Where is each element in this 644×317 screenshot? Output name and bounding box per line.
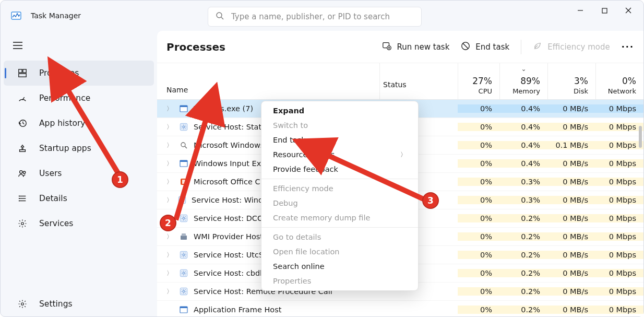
process-memory: 0.4%	[499, 104, 547, 113]
sidebar-item-label: Services	[39, 219, 73, 228]
sidebar-item-startup-apps[interactable]: Startup apps	[4, 136, 154, 161]
svg-rect-4	[602, 8, 607, 13]
context-menu-item-go-to-details: Go to details	[261, 230, 418, 244]
col-status[interactable]: Status	[379, 63, 458, 99]
process-network: 0 Mbps	[595, 104, 643, 113]
main-header: Processes Run new task End task Efficien…	[157, 31, 643, 63]
context-menu-item-provide-feedback[interactable]: Provide feedback	[261, 162, 418, 177]
chevron-right-icon[interactable]: 〉	[166, 287, 174, 296]
svg-rect-39	[180, 160, 187, 162]
process-name: WMI Provider Host	[194, 232, 263, 241]
chevron-right-icon[interactable]: 〉	[166, 178, 174, 186]
process-memory: 0.2%	[499, 269, 547, 277]
sidebar-item-label: Details	[39, 194, 67, 203]
context-menu-label: Properties	[273, 277, 311, 285]
chevron-right-icon[interactable]: 〉	[166, 123, 174, 132]
sidebar-item-label: App history	[39, 119, 86, 128]
process-cpu: 0%	[458, 104, 499, 113]
maximize-button[interactable]	[592, 2, 616, 19]
table-row[interactable]: 〉Application Frame Host0%0.2%0 MB/s0 Mbp…	[157, 301, 643, 316]
more-button[interactable]: ···	[622, 42, 634, 52]
minimize-button[interactable]	[568, 2, 592, 19]
col-memory[interactable]: ⌄89%Memory	[499, 63, 547, 99]
process-memory: 0.2%	[499, 251, 547, 259]
chevron-right-icon[interactable]: 〉	[166, 141, 174, 150]
context-menu-label: Expand	[273, 107, 304, 115]
sidebar-item-details[interactable]: Details	[4, 186, 154, 211]
close-button[interactable]	[616, 2, 640, 19]
sidebar-item-processes[interactable]: Processes	[4, 61, 154, 86]
svg-line-37	[185, 146, 187, 148]
sidebar-item-label: Settings	[39, 299, 73, 309]
chevron-right-icon[interactable]: 〉	[166, 104, 174, 113]
process-memory: 0.4%	[499, 123, 547, 131]
process-disk: 0 MB/s	[547, 214, 595, 222]
context-menu-item-switch-to: Switch to	[261, 118, 418, 133]
svg-rect-33	[180, 105, 187, 107]
sidebar-item-label: Performance	[39, 93, 90, 103]
svg-point-17	[23, 171, 25, 173]
chevron-right-icon: 〉	[400, 150, 407, 159]
process-disk: 0 MB/s	[547, 196, 595, 204]
sidebar-item-performance[interactable]: Performance	[4, 86, 154, 111]
col-name[interactable]: Name	[157, 86, 379, 99]
sidebar-item-users[interactable]: Users	[4, 161, 154, 186]
process-disk: 0 MB/s	[547, 178, 595, 186]
nav-list: ProcessesPerformanceApp historyStartup a…	[1, 61, 157, 236]
context-menu-item-resource-values[interactable]: Resource values〉	[261, 147, 418, 162]
process-name: Widgets.exe (7)	[194, 104, 253, 113]
context-menu-label: Switch to	[273, 121, 308, 130]
annotation-badge-2: 2	[160, 215, 176, 231]
process-cpu: 0%	[458, 159, 499, 168]
app-generic-icon	[179, 305, 188, 314]
search-input[interactable]	[231, 12, 414, 21]
svg-rect-12	[19, 74, 26, 77]
sidebar-item-settings[interactable]: Settings	[4, 291, 154, 316]
office-icon	[179, 177, 188, 186]
sort-caret-icon: ⌄	[521, 65, 526, 73]
search-indexer-icon	[179, 140, 188, 150]
chevron-right-icon[interactable]: 〉	[166, 159, 174, 168]
process-disk: 0 MB/s	[547, 251, 595, 259]
startup-icon	[17, 144, 28, 153]
svg-point-22	[19, 198, 20, 199]
col-cpu[interactable]: 27%CPU	[458, 63, 499, 99]
sidebar: ProcessesPerformanceApp historyStartup a…	[1, 31, 157, 316]
context-menu-label: Debug	[273, 199, 298, 207]
process-memory: 0.4%	[499, 159, 547, 168]
col-network[interactable]: 0%Network	[595, 63, 643, 99]
process-cpu: 0%	[458, 232, 499, 241]
svg-point-24	[21, 222, 24, 225]
service-gear-icon	[179, 268, 188, 278]
context-menu-item-properties: Properties	[261, 274, 418, 288]
context-menu-item-search-online[interactable]: Search online	[261, 259, 418, 274]
context-menu-separator	[261, 227, 418, 228]
process-memory: 0.2%	[499, 306, 547, 314]
col-disk[interactable]: 3%Disk	[547, 63, 595, 99]
run-new-task-button[interactable]: Run new task	[382, 41, 449, 53]
process-network: 0 Mbps	[595, 141, 643, 149]
context-menu-item-expand[interactable]: Expand	[261, 103, 418, 118]
context-menu-label: Resource values	[273, 150, 335, 159]
chevron-right-icon[interactable]: 〉	[166, 269, 174, 278]
run-task-icon	[382, 41, 391, 53]
context-menu-label: End task	[273, 136, 306, 144]
context-menu-item-open-file-location: Open file location	[261, 244, 418, 259]
chevron-right-icon[interactable]: 〉	[166, 196, 173, 205]
process-memory: 0.2%	[499, 214, 547, 222]
sidebar-item-app-history[interactable]: App history	[4, 111, 154, 136]
chevron-right-icon[interactable]: 〉	[166, 232, 174, 241]
svg-point-36	[181, 143, 185, 147]
hamburger-icon[interactable]	[13, 41, 157, 51]
context-menu-item-efficiency-mode: Efficiency mode	[261, 181, 418, 196]
end-task-button[interactable]: End task	[461, 41, 509, 53]
process-network: 0 Mbps	[595, 178, 643, 186]
process-network: 0 Mbps	[595, 251, 643, 259]
sidebar-item-services[interactable]: Services	[4, 211, 154, 236]
service-gear-icon	[179, 250, 188, 260]
window-controls	[568, 2, 640, 19]
context-menu-item-end-task[interactable]: End task	[261, 133, 418, 147]
scrollbar-thumb[interactable]	[639, 126, 642, 148]
chevron-right-icon[interactable]: 〉	[166, 251, 174, 260]
search-box[interactable]	[208, 7, 422, 27]
